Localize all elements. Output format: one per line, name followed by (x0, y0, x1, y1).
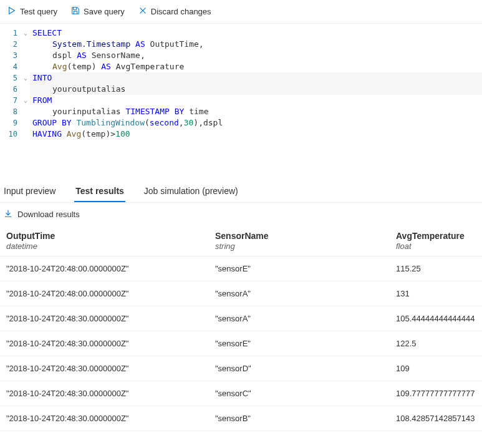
line-number: 7 (0, 95, 21, 106)
line-number: 2 (0, 39, 21, 50)
play-icon (7, 6, 16, 17)
cell-avgtemperature: 105.44444444444444 (396, 314, 476, 323)
cell-avgtemperature: 108.42857142857143 (396, 414, 476, 423)
query-editor[interactable]: 1 ⌄ SELECT 2 System.Timestamp AS OutputT… (0, 24, 482, 177)
download-results-label: Download results (17, 210, 80, 219)
code-line-8: yourinputalias TIMESTAMP BY time (30, 106, 482, 117)
discard-changes-button[interactable]: Discard changes (137, 4, 213, 19)
tab-job-simulation[interactable]: Job simulation (preview) (143, 182, 239, 202)
col-header-sensorname[interactable]: SensorName (215, 231, 396, 241)
test-query-button[interactable]: Test query (6, 4, 59, 19)
line-number: 3 (0, 50, 21, 61)
code-line-4: Avg(temp) AS AvgTemperature (30, 61, 482, 72)
table-row[interactable]: "2018-10-24T20:48:30.0000000Z""sensorD"1… (0, 356, 482, 381)
tab-test-results[interactable]: Test results (74, 182, 125, 202)
results-table: OutputTime datetime SensorName string Av… (0, 227, 482, 431)
line-number: 4 (0, 61, 21, 72)
line-number: 10 (0, 129, 21, 140)
cell-outputtime: "2018-10-24T20:48:30.0000000Z" (6, 339, 215, 348)
line-number: 8 (0, 106, 21, 117)
download-results-button[interactable]: Download results (4, 209, 80, 220)
save-icon (71, 6, 80, 17)
discard-label: Discard changes (151, 7, 211, 16)
toolbar: Test query Save query Discard changes (0, 0, 482, 24)
table-row[interactable]: "2018-10-24T20:48:30.0000000Z""sensorA"1… (0, 306, 482, 331)
fold-chevron-icon[interactable]: ⌄ (21, 95, 30, 106)
fold-chevron-icon[interactable]: ⌄ (21, 27, 30, 39)
code-line-10: HAVING Avg(temp)>100 (30, 129, 482, 140)
table-row[interactable]: "2018-10-24T20:48:30.0000000Z""sensorB"1… (0, 406, 482, 431)
table-row[interactable]: "2018-10-24T20:48:00.0000000Z""sensorA"1… (0, 281, 482, 306)
col-header-avgtemp[interactable]: AvgTemperature (396, 231, 476, 241)
cell-outputtime: "2018-10-24T20:48:00.0000000Z" (6, 264, 215, 273)
cell-outputtime: "2018-10-24T20:48:00.0000000Z" (6, 289, 215, 298)
cell-sensorname: "sensorD" (215, 364, 396, 373)
cell-avgtemperature: 115.25 (396, 264, 476, 273)
tab-input-preview[interactable]: Input preview (2, 182, 57, 202)
cell-avgtemperature: 131 (396, 289, 476, 298)
kw-into: INTO (32, 73, 52, 82)
cell-sensorname: "sensorB" (215, 414, 396, 423)
cell-avgtemperature: 122.5 (396, 339, 476, 348)
save-query-button[interactable]: Save query (70, 4, 126, 19)
cell-outputtime: "2018-10-24T20:48:30.0000000Z" (6, 314, 215, 323)
kw-from: FROM (32, 95, 52, 105)
code-line-3: dspl AS SensorName, (30, 50, 482, 61)
close-icon (138, 6, 147, 17)
table-row[interactable]: "2018-10-24T20:48:30.0000000Z""sensorC"1… (0, 381, 482, 406)
cell-sensorname: "sensorC" (215, 389, 396, 398)
line-number: 6 (0, 84, 21, 95)
save-query-label: Save query (84, 7, 125, 16)
line-number: 9 (0, 117, 21, 129)
fold-chevron-icon[interactable]: ⌄ (21, 72, 30, 84)
cell-avgtemperature: 109 (396, 364, 476, 373)
table-row[interactable]: "2018-10-24T20:48:00.0000000Z""sensorE"1… (0, 256, 482, 281)
cell-outputtime: "2018-10-24T20:48:30.0000000Z" (6, 389, 215, 398)
cell-sensorname: "sensorA" (215, 289, 396, 298)
line-number: 1 (0, 27, 21, 39)
cell-outputtime: "2018-10-24T20:48:30.0000000Z" (6, 364, 215, 373)
col-type-avgtemp: float (396, 241, 476, 251)
cell-sensorname: "sensorA" (215, 314, 396, 323)
line-number: 5 (0, 72, 21, 84)
download-icon (4, 209, 12, 220)
cell-sensorname: "sensorE" (215, 339, 396, 348)
code-line-6: youroutputalias (30, 84, 482, 95)
cell-avgtemperature: 109.77777777777777 (396, 389, 476, 398)
test-query-label: Test query (20, 7, 57, 16)
results-tabs: Input preview Test results Job simulatio… (0, 177, 482, 203)
cell-sensorname: "sensorE" (215, 264, 396, 273)
code-line-9: GROUP BY TumblingWindow(second,30),dspl (30, 117, 482, 129)
col-type-sensorname: string (215, 241, 396, 251)
cell-outputtime: "2018-10-24T20:48:30.0000000Z" (6, 414, 215, 423)
results-header-row: OutputTime datetime SensorName string Av… (0, 227, 482, 256)
col-type-outputtime: datetime (6, 241, 215, 251)
code-line-2: System.Timestamp AS OutputTime, (30, 39, 482, 50)
kw-select: SELECT (32, 28, 62, 37)
col-header-outputtime[interactable]: OutputTime (6, 231, 215, 241)
table-row[interactable]: "2018-10-24T20:48:30.0000000Z""sensorE"1… (0, 331, 482, 356)
